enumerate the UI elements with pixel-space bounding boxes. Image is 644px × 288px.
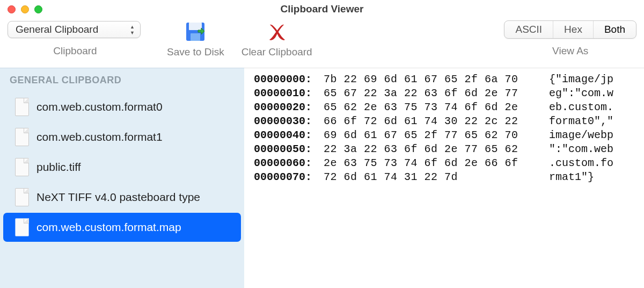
clipboard-select-group: General Clipboard ▲▼ Clipboard [8,20,143,57]
svg-rect-2 [191,33,200,41]
hex-bytes: 2e 63 75 73 74 6f 6d 2e 66 6f [324,156,549,170]
sidebar-item-label: NeXT TIFF v4.0 pasteboard type [36,191,200,204]
sidebar-item-label: com.web.custom.format1 [36,131,163,143]
titlebar: Clipboard Viewer [0,0,644,18]
hex-bytes: 66 6f 72 6d 61 74 30 22 2c 22 [324,114,549,128]
hex-ascii: rmat1"} [549,170,634,184]
hex-row: 00000010:65 67 22 3a 22 63 6f 6d 2e 77eg… [254,87,634,100]
hex-row: 00000070:72 6d 61 74 31 22 7drmat1"} [254,170,634,184]
minimize-window-button[interactable] [21,5,29,13]
hex-ascii: eb.custom. [549,100,634,114]
hex-ascii: {"image/jp [549,73,634,87]
hex-ascii: eg":"com.w [549,87,634,100]
toolbar: General Clipboard ▲▼ Clipboard Save to D… [0,18,644,68]
clipboard-select-value: General Clipboard [16,24,98,35]
clear-x-icon [266,20,288,43]
segment-both[interactable]: Both [594,21,636,38]
hex-bytes: 65 62 2e 63 75 73 74 6f 6d 2e [324,100,549,114]
hex-offset: 00000000: [254,73,324,87]
chevron-updown-icon: ▲▼ [130,24,135,35]
sidebar-item-label: com.web.custom.format0 [36,100,163,113]
sidebar-item[interactable]: com.web.custom.format.map [3,213,241,242]
sidebar-item[interactable]: com.web.custom.format0 [3,92,241,121]
disk-save-icon [184,20,207,43]
hex-bytes: 72 6d 61 74 31 22 7d [324,170,549,184]
clipboard-label: Clipboard [53,45,97,57]
document-icon [15,98,29,116]
hex-ascii: format0"," [549,114,634,128]
document-icon [15,218,29,236]
hex-offset: 00000010: [254,87,324,100]
content: GENERAL CLIPBOARD com.web.custom.format0… [0,68,644,288]
hex-row: 00000040:69 6d 61 67 65 2f 77 65 62 70im… [254,128,634,142]
sidebar-item-label: com.web.custom.format.map [36,221,181,234]
traffic-lights [8,5,42,13]
sidebar: GENERAL CLIPBOARD com.web.custom.format0… [0,68,244,288]
hex-row: 00000000:7b 22 69 6d 61 67 65 2f 6a 70{"… [254,73,634,87]
hex-bytes: 65 67 22 3a 22 63 6f 6d 2e 77 [324,87,549,100]
sidebar-item[interactable]: public.tiff [3,153,241,182]
hex-row: 00000060:2e 63 75 73 74 6f 6d 2e 66 6f.c… [254,156,634,170]
save-label: Save to Disk [167,46,224,58]
sidebar-item[interactable]: NeXT TIFF v4.0 pasteboard type [3,183,241,212]
segment-ascii[interactable]: ASCII [504,21,553,38]
clear-clipboard-button[interactable]: Clear Clipboard [241,20,312,58]
hex-row: 00000020:65 62 2e 63 75 73 74 6f 6d 2eeb… [254,100,634,114]
view-as-label: View As [552,45,588,57]
hex-offset: 00000030: [254,114,324,128]
hex-row: 00000030:66 6f 72 6d 61 74 30 22 2c 22fo… [254,114,634,128]
segmented-control: ASCII Hex Both [504,20,636,39]
hex-ascii: ":"com.web [549,142,634,156]
hex-ascii: image/webp [549,128,634,142]
hex-bytes: 69 6d 61 67 65 2f 77 65 62 70 [324,128,549,142]
clipboard-select[interactable]: General Clipboard ▲▼ [8,21,141,38]
close-window-button[interactable] [8,5,16,13]
view-as-group: ASCII Hex Both View As [504,20,636,57]
clear-label: Clear Clipboard [241,46,312,58]
hex-bytes: 7b 22 69 6d 61 67 65 2f 6a 70 [324,73,549,87]
hex-ascii: .custom.fo [549,156,634,170]
document-icon [15,188,29,206]
document-icon [15,128,29,146]
hex-offset: 00000040: [254,128,324,142]
sidebar-header: GENERAL CLIPBOARD [0,73,244,91]
window-title: Clipboard Viewer [281,3,364,15]
svg-rect-1 [189,23,202,30]
segment-hex[interactable]: Hex [553,21,594,38]
zoom-window-button[interactable] [34,5,42,13]
hex-offset: 00000060: [254,156,324,170]
hex-offset: 00000020: [254,100,324,114]
document-icon [15,158,29,176]
hex-offset: 00000070: [254,170,324,184]
sidebar-item-label: public.tiff [36,161,81,174]
hex-offset: 00000050: [254,142,324,156]
hex-view: 00000000:7b 22 69 6d 61 67 65 2f 6a 70{"… [244,68,644,288]
save-to-disk-button[interactable]: Save to Disk [167,20,224,58]
hex-bytes: 22 3a 22 63 6f 6d 2e 77 65 62 [324,142,549,156]
sidebar-item[interactable]: com.web.custom.format1 [3,123,241,152]
hex-row: 00000050:22 3a 22 63 6f 6d 2e 77 65 62":… [254,142,634,156]
